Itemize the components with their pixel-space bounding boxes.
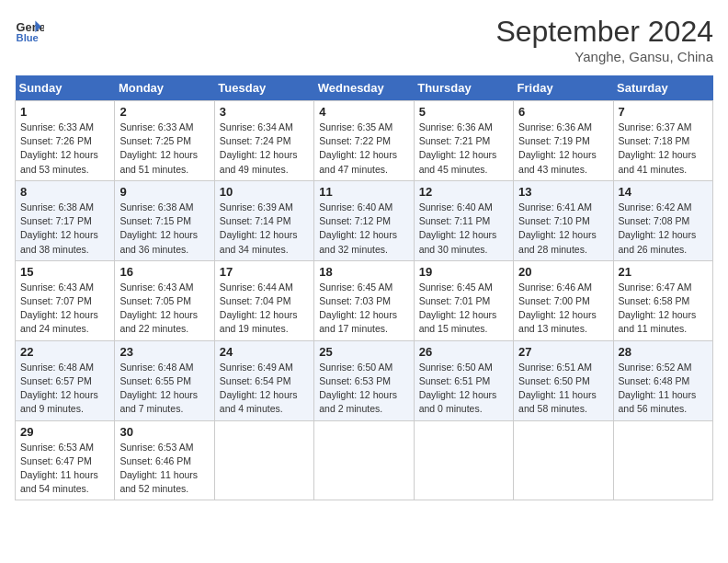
calendar-cell: 18Sunrise: 6:45 AMSunset: 7:03 PMDayligh… [314,260,414,340]
col-header-friday: Friday [514,75,613,101]
calendar-cell: 6Sunrise: 6:36 AMSunset: 7:19 PMDaylight… [514,101,613,181]
col-header-tuesday: Tuesday [214,75,313,101]
calendar-cell: 30Sunrise: 6:53 AMSunset: 6:46 PMDayligh… [115,420,214,500]
day-number: 14 [619,185,708,199]
day-info: Sunrise: 6:53 AMSunset: 6:46 PMDaylight:… [119,441,209,497]
calendar-cell: 1Sunrise: 6:33 AMSunset: 7:26 PMDaylight… [16,101,115,181]
day-number: 19 [419,265,508,279]
svg-text:Blue: Blue [17,32,39,43]
day-info: Sunrise: 6:34 AMSunset: 7:24 PMDaylight:… [220,121,309,177]
day-info: Sunrise: 6:33 AMSunset: 7:26 PMDaylight:… [20,121,109,177]
day-number: 12 [419,185,508,199]
day-info: Sunrise: 6:33 AMSunset: 7:25 PMDaylight:… [119,121,209,177]
calendar-cell: 22Sunrise: 6:48 AMSunset: 6:57 PMDayligh… [16,340,115,420]
day-number: 7 [619,105,708,119]
day-info: Sunrise: 6:37 AMSunset: 7:18 PMDaylight:… [619,121,708,177]
day-info: Sunrise: 6:41 AMSunset: 7:10 PMDaylight:… [518,201,608,257]
day-number: 20 [518,265,608,279]
day-info: Sunrise: 6:50 AMSunset: 6:53 PMDaylight:… [319,361,408,417]
calendar-cell: 29Sunrise: 6:53 AMSunset: 6:47 PMDayligh… [16,420,115,500]
day-info: Sunrise: 6:36 AMSunset: 7:19 PMDaylight:… [518,121,608,177]
day-number: 28 [619,345,708,359]
calendar-cell: 3Sunrise: 6:34 AMSunset: 7:24 PMDaylight… [214,101,313,181]
day-number: 30 [119,425,209,439]
day-info: Sunrise: 6:53 AMSunset: 6:47 PMDaylight:… [20,441,109,497]
day-number: 25 [319,345,408,359]
day-info: Sunrise: 6:52 AMSunset: 6:48 PMDaylight:… [619,361,708,417]
month-title: September 2024 [495,15,713,49]
day-info: Sunrise: 6:40 AMSunset: 7:11 PMDaylight:… [419,201,508,257]
day-info: Sunrise: 6:44 AMSunset: 7:04 PMDaylight:… [220,281,309,337]
calendar-cell: 16Sunrise: 6:43 AMSunset: 7:05 PMDayligh… [115,260,214,340]
day-info: Sunrise: 6:47 AMSunset: 6:58 PMDaylight:… [619,281,708,337]
day-number: 26 [419,345,508,359]
day-number: 21 [619,265,708,279]
calendar-cell: 27Sunrise: 6:51 AMSunset: 6:50 PMDayligh… [514,340,613,420]
col-header-thursday: Thursday [414,75,513,101]
calendar-cell: 10Sunrise: 6:39 AMSunset: 7:14 PMDayligh… [214,180,313,260]
day-info: Sunrise: 6:42 AMSunset: 7:08 PMDaylight:… [619,201,708,257]
calendar-cell [414,420,513,500]
day-number: 29 [20,425,109,439]
calendar-cell: 5Sunrise: 6:36 AMSunset: 7:21 PMDaylight… [414,101,513,181]
day-number: 4 [319,105,408,119]
calendar-cell: 2Sunrise: 6:33 AMSunset: 7:25 PMDaylight… [115,101,214,181]
day-number: 18 [319,265,408,279]
day-number: 6 [518,105,608,119]
day-info: Sunrise: 6:50 AMSunset: 6:51 PMDaylight:… [419,361,508,417]
calendar-cell: 14Sunrise: 6:42 AMSunset: 7:08 PMDayligh… [613,180,712,260]
day-number: 10 [220,185,309,199]
day-info: Sunrise: 6:35 AMSunset: 7:22 PMDaylight:… [319,121,408,177]
calendar-cell: 15Sunrise: 6:43 AMSunset: 7:07 PMDayligh… [16,260,115,340]
calendar-cell: 4Sunrise: 6:35 AMSunset: 7:22 PMDaylight… [314,101,414,181]
col-header-sunday: Sunday [16,75,115,101]
calendar-cell: 23Sunrise: 6:48 AMSunset: 6:55 PMDayligh… [115,340,214,420]
day-info: Sunrise: 6:48 AMSunset: 6:57 PMDaylight:… [20,361,109,417]
day-number: 22 [20,345,109,359]
logo: General Blue [15,15,44,44]
day-info: Sunrise: 6:40 AMSunset: 7:12 PMDaylight:… [319,201,408,257]
day-info: Sunrise: 6:38 AMSunset: 7:15 PMDaylight:… [119,201,209,257]
calendar-table: SundayMondayTuesdayWednesdayThursdayFrid… [15,75,713,500]
calendar-cell: 20Sunrise: 6:46 AMSunset: 7:00 PMDayligh… [514,260,613,340]
day-info: Sunrise: 6:36 AMSunset: 7:21 PMDaylight:… [419,121,508,177]
col-header-monday: Monday [115,75,214,101]
calendar-cell: 8Sunrise: 6:38 AMSunset: 7:17 PMDaylight… [16,180,115,260]
day-info: Sunrise: 6:45 AMSunset: 7:01 PMDaylight:… [419,281,508,337]
calendar-cell: 26Sunrise: 6:50 AMSunset: 6:51 PMDayligh… [414,340,513,420]
day-number: 3 [220,105,309,119]
calendar-cell: 17Sunrise: 6:44 AMSunset: 7:04 PMDayligh… [214,260,313,340]
logo-icon: General Blue [15,15,44,44]
day-number: 13 [518,185,608,199]
day-number: 1 [20,105,109,119]
col-header-saturday: Saturday [613,75,712,101]
day-number: 5 [419,105,508,119]
calendar-cell [514,420,613,500]
col-header-wednesday: Wednesday [314,75,414,101]
day-number: 27 [518,345,608,359]
calendar-cell: 11Sunrise: 6:40 AMSunset: 7:12 PMDayligh… [314,180,414,260]
page-header: General Blue September 2024 Yanghe, Gans… [15,15,713,64]
day-number: 23 [119,345,209,359]
calendar-cell: 21Sunrise: 6:47 AMSunset: 6:58 PMDayligh… [613,260,712,340]
calendar-cell [214,420,313,500]
calendar-cell: 28Sunrise: 6:52 AMSunset: 6:48 PMDayligh… [613,340,712,420]
day-number: 8 [20,185,109,199]
calendar-cell: 19Sunrise: 6:45 AMSunset: 7:01 PMDayligh… [414,260,513,340]
day-info: Sunrise: 6:48 AMSunset: 6:55 PMDaylight:… [119,361,209,417]
day-info: Sunrise: 6:43 AMSunset: 7:07 PMDaylight:… [20,281,109,337]
day-number: 2 [119,105,209,119]
day-info: Sunrise: 6:46 AMSunset: 7:00 PMDaylight:… [518,281,608,337]
calendar-cell [613,420,712,500]
location: Yanghe, Gansu, China [495,49,713,64]
day-info: Sunrise: 6:45 AMSunset: 7:03 PMDaylight:… [319,281,408,337]
title-block: September 2024 Yanghe, Gansu, China [495,15,713,64]
day-info: Sunrise: 6:39 AMSunset: 7:14 PMDaylight:… [220,201,309,257]
day-number: 16 [119,265,209,279]
calendar-cell: 24Sunrise: 6:49 AMSunset: 6:54 PMDayligh… [214,340,313,420]
day-number: 24 [220,345,309,359]
day-info: Sunrise: 6:43 AMSunset: 7:05 PMDaylight:… [119,281,209,337]
calendar-cell: 13Sunrise: 6:41 AMSunset: 7:10 PMDayligh… [514,180,613,260]
day-number: 17 [220,265,309,279]
day-info: Sunrise: 6:38 AMSunset: 7:17 PMDaylight:… [20,201,109,257]
